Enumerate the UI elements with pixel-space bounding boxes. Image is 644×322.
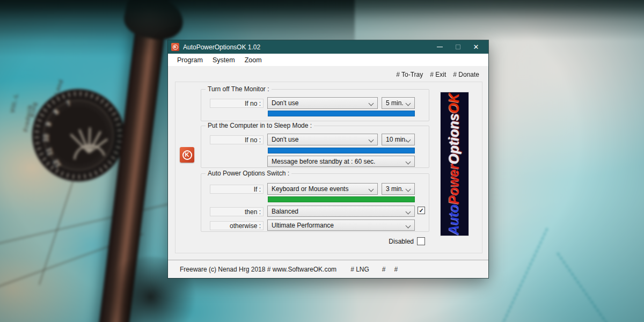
menu-bar: Program System Zoom [168, 54, 488, 66]
banner-word: Options [447, 113, 462, 164]
app-logo-letter: K [182, 150, 192, 160]
close-icon: ✕ [473, 43, 479, 50]
group-title: Put the Computer in to Sleep Mode : [206, 122, 314, 129]
app-banner: AutoPowerOptionsOK [440, 92, 469, 236]
group-sleep-mode: Put the Computer in to Sleep Mode : If n… [201, 126, 429, 168]
disabled-checkbox[interactable] [417, 237, 425, 245]
otherwise-plan-dropdown[interactable]: Ultimate Performance [267, 219, 415, 231]
disabled-row: Disabled [389, 237, 425, 245]
then-plan-dropdown[interactable]: Balanced [267, 206, 415, 217]
chevron-down-icon [406, 101, 411, 106]
menu-system[interactable]: System [208, 54, 240, 66]
app-icon: K [171, 43, 179, 51]
status-link-lng[interactable]: # LNG [350, 266, 369, 273]
switch-event-dropdown[interactable]: Keyboard or Mouse events [267, 183, 378, 195]
chevron-down-icon [369, 187, 374, 192]
title-bar[interactable]: K AutoPowerOptionsOK 1.02 ✕ [168, 40, 488, 54]
monitor-time-dropdown[interactable]: 5 min. [382, 97, 415, 109]
group-title: Auto Power Options Switch : [206, 170, 291, 177]
dropdown-value: 3 min. [386, 185, 404, 193]
top-links: # To-Tray # Exit # Donate [396, 71, 479, 78]
switch-progress-bar [268, 196, 415, 202]
sleep-progress-bar [268, 148, 415, 153]
banner-word: Power [447, 164, 462, 204]
chevron-down-icon [406, 187, 411, 192]
dropdown-value: 5 min. [386, 99, 404, 107]
then-label: then : [210, 207, 264, 216]
banner-text: AutoPowerOptionsOK [448, 93, 462, 235]
window-title: AutoPowerOptionsOK 1.02 [183, 43, 430, 51]
chevron-down-icon [406, 209, 411, 215]
condition-label: If no : [210, 99, 264, 108]
app-window: K AutoPowerOptionsOK 1.02 ✕ Program Syst… [168, 40, 488, 278]
link-exit[interactable]: # Exit [430, 71, 446, 78]
menu-zoom[interactable]: Zoom [240, 54, 267, 66]
condition-label: If : [210, 185, 264, 194]
chevron-down-icon [369, 137, 374, 143]
otherwise-label: otherwise : [210, 221, 264, 230]
disabled-label: Disabled [389, 238, 414, 245]
condition-label: If no : [210, 135, 264, 144]
status-link-hash-1[interactable]: # [382, 266, 386, 273]
dropdown-value: Message before standby at : 60 sec. [272, 158, 375, 165]
group-power-options-switch: Auto Power Options Switch : If : Keyboar… [201, 173, 429, 232]
close-button[interactable]: ✕ [467, 40, 485, 54]
maximize-icon [456, 45, 460, 49]
dropdown-value: Keyboard or Mouse events [272, 185, 348, 193]
banner-word: Auto [447, 204, 462, 235]
check-icon: ✓ [419, 208, 423, 214]
dropdown-value: Don't use [272, 99, 298, 107]
maximize-button[interactable] [449, 40, 467, 54]
group-title: Turn off The Monitor : [206, 85, 272, 93]
status-text: Freeware (c) Nenad Hrg 2018 # www.Softwa… [180, 266, 336, 273]
dropdown-value: Balanced [272, 208, 298, 215]
chevron-down-icon [406, 159, 411, 165]
app-icon-letter: K [173, 45, 178, 50]
menu-program[interactable]: Program [172, 54, 208, 66]
monitor-progress-bar [268, 111, 415, 116]
minimize-icon [437, 47, 443, 47]
dropdown-value: Don't use [272, 136, 298, 143]
chevron-down-icon [369, 101, 374, 106]
link-to-tray[interactable]: # To-Tray [396, 71, 423, 78]
then-checkbox[interactable]: ✓ [418, 207, 425, 214]
app-logo-icon: K [180, 147, 194, 163]
screenshot-canvas: VIII.-L King Frederik Land 7 8 9 10 11 1… [0, 0, 644, 322]
minimize-button[interactable] [430, 40, 449, 54]
status-bar: Freeware (c) Nenad Hrg 2018 # www.Softwa… [168, 260, 488, 278]
dropdown-value: Ultimate Performance [272, 222, 334, 229]
sleep-event-dropdown[interactable]: Don't use [267, 134, 378, 145]
dropdown-value: 10 min. [386, 136, 407, 143]
banner-word: OK [447, 93, 462, 114]
sleep-time-dropdown[interactable]: 10 min. [382, 134, 415, 145]
monitor-event-dropdown[interactable]: Don't use [267, 97, 378, 109]
chevron-down-icon [406, 223, 411, 229]
group-turn-off-monitor: Turn off The Monitor : If no : Don't use… [201, 89, 429, 121]
switch-time-dropdown[interactable]: 3 min. [382, 183, 415, 195]
status-link-hash-2[interactable]: # [394, 266, 398, 273]
link-donate[interactable]: # Donate [453, 71, 479, 78]
standby-message-dropdown[interactable]: Message before standby at : 60 sec. [267, 156, 415, 167]
